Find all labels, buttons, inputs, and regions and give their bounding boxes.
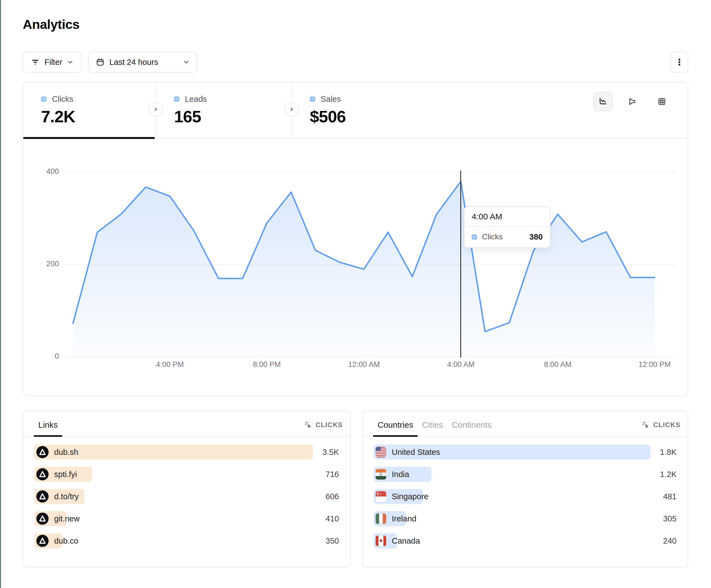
expand-leads-button[interactable]	[284, 102, 299, 116]
country-row[interactable]: Ireland 305	[374, 511, 676, 526]
flag-ireland-icon	[375, 513, 386, 524]
tooltip-series-label: Clicks	[482, 232, 503, 241]
chevron-down-icon	[67, 59, 73, 65]
country-row[interactable]: Singapore 481	[374, 489, 676, 504]
table-view-icon	[656, 96, 667, 107]
country-clicks-value: 1.2K	[660, 470, 676, 479]
link-clicks-value: 350	[326, 537, 339, 546]
calendar-icon	[96, 58, 104, 66]
link-label: git.new	[54, 514, 80, 523]
line-chart-icon	[598, 96, 608, 107]
tab-countries[interactable]: Countries	[373, 420, 417, 436]
metric-tab-label: Leads	[185, 95, 207, 104]
metric-tab-label: Clicks	[52, 95, 73, 104]
date-range-button[interactable]: Last 24 hours	[88, 51, 197, 73]
country-label: India	[392, 470, 409, 479]
tab-continents[interactable]: Continents	[447, 420, 496, 436]
link-row[interactable]: dub.co 350	[35, 533, 339, 548]
page-title: Analytics	[23, 17, 80, 32]
dub-logo-icon	[36, 446, 48, 458]
cursor-click-icon	[642, 421, 650, 429]
metric-tab-label: Sales	[321, 95, 341, 104]
country-row[interactable]: United States 1.8K	[374, 445, 676, 459]
table-view-toggle[interactable]	[652, 92, 672, 111]
link-clicks-value: 410	[326, 514, 339, 523]
country-clicks-value: 240	[663, 537, 676, 546]
dub-logo-icon	[36, 535, 48, 547]
link-label: d.to/try	[54, 492, 79, 501]
funnel-chart-toggle[interactable]	[623, 92, 642, 111]
tab-leads[interactable]: Leads 165	[156, 82, 292, 138]
dub-logo-icon	[36, 490, 48, 502]
country-label: Singapore	[392, 492, 428, 501]
tooltip-time: 4:00 AM	[465, 207, 550, 227]
country-label: Ireland	[392, 514, 416, 523]
sales-legend-icon	[310, 96, 315, 102]
more-options-button[interactable]	[670, 51, 688, 73]
links-panel: Links CLICKS dub.sh 3.5K	[23, 410, 351, 567]
link-row[interactable]: dub.sh 3.5K	[35, 445, 339, 459]
leads-legend-icon	[174, 96, 179, 102]
link-label: dub.sh	[54, 448, 78, 457]
link-clicks-value: 716	[326, 470, 339, 479]
link-row[interactable]: git.new 410	[35, 511, 339, 526]
links-panel-header: Links CLICKS	[23, 411, 350, 437]
flag-india-icon	[375, 469, 386, 479]
country-label: Canada	[392, 537, 420, 546]
country-clicks-value: 305	[663, 514, 676, 523]
countries-panel: Countries Cities Continents CLICKS	[362, 410, 688, 567]
tab-sales[interactable]: Sales $506	[292, 82, 427, 138]
analytics-page: Analytics Filter Last 24 hours	[0, 0, 711, 588]
date-range-label: Last 24 hours	[109, 58, 158, 67]
tab-links[interactable]: Links	[34, 420, 62, 436]
x-axis-tick: 4:00 PM	[156, 360, 184, 369]
countries-metric-header[interactable]: CLICKS	[642, 421, 681, 436]
expand-clicks-button[interactable]	[149, 102, 163, 116]
x-axis-tick: 8:00 PM	[253, 360, 281, 369]
link-clicks-value: 3.5K	[322, 448, 339, 457]
links-metric-header[interactable]: CLICKS	[304, 421, 343, 436]
link-row[interactable]: d.to/try 606	[35, 489, 339, 504]
metric-tab-value: $506	[310, 107, 346, 126]
link-label: spti.fyi	[54, 470, 77, 479]
chart-view-toggles	[593, 92, 672, 111]
x-axis-tick: 8:00 AM	[544, 360, 572, 369]
country-label: United States	[392, 448, 440, 457]
dub-logo-icon	[36, 513, 48, 525]
links-list: dub.sh 3.5K spti.fyi 716	[23, 437, 350, 548]
metric-tab-value: 7.2K	[41, 107, 75, 126]
country-row[interactable]: India 1.2K	[374, 467, 676, 482]
clicks-legend-icon	[472, 234, 477, 240]
link-clicks-value: 606	[326, 492, 339, 501]
country-clicks-value: 481	[663, 492, 676, 501]
y-axis-tick: 0	[39, 352, 59, 361]
line-chart-toggle[interactable]	[593, 92, 613, 111]
filter-button[interactable]: Filter	[23, 51, 82, 73]
country-clicks-value: 1.8K	[660, 448, 676, 457]
tooltip-value: 380	[530, 232, 543, 242]
dub-logo-icon	[36, 468, 48, 480]
kebab-menu-icon	[675, 58, 684, 67]
chart-tooltip: 4:00 AM Clicks 380	[464, 206, 551, 248]
tab-cities[interactable]: Cities	[417, 420, 447, 436]
analytics-chart-card: Clicks 7.2K Leads 165	[23, 82, 688, 396]
window-edge-strip	[0, 0, 1, 588]
metric-tab-value: 165	[174, 107, 207, 126]
x-axis-tick: 12:00 PM	[639, 360, 671, 369]
cursor-click-icon	[304, 421, 312, 429]
x-axis-tick: 12:00 AM	[348, 360, 380, 369]
funnel-chart-icon	[627, 96, 638, 107]
link-label: dub.co	[54, 537, 78, 546]
y-axis-tick: 200	[39, 259, 59, 268]
metric-header-label: CLICKS	[653, 421, 681, 429]
hover-crosshair	[460, 171, 461, 358]
tab-clicks[interactable]: Clicks 7.2K	[23, 82, 156, 138]
chevron-down-icon	[183, 59, 189, 65]
flag-canada-icon	[375, 536, 386, 546]
metric-tabs-row: Clicks 7.2K Leads 165	[23, 82, 688, 138]
metric-header-label: CLICKS	[316, 421, 343, 429]
flag-singapore-icon	[375, 491, 386, 502]
countries-panel-header: Countries Cities Continents CLICKS	[363, 411, 688, 437]
link-row[interactable]: spti.fyi 716	[35, 467, 339, 482]
country-row[interactable]: Canada 240	[374, 533, 676, 548]
